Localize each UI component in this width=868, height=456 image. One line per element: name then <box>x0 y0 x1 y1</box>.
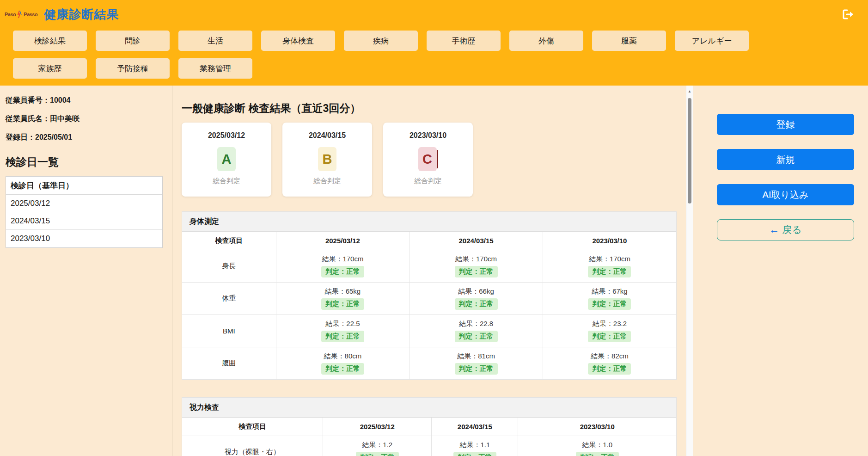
scrollbar-up-arrow[interactable]: ▲ <box>686 89 693 93</box>
result-cell: 結果：67kg判定：正常 <box>543 283 676 315</box>
result-text: 結果：170cm <box>410 255 543 264</box>
judgment-badge: 判定：正常 <box>588 363 631 375</box>
nav-tab-kenshin-kekka[interactable]: 検診結果 <box>13 31 87 51</box>
new-button[interactable]: 新規 <box>717 149 854 170</box>
registered-date: 登録日：2025/05/01 <box>6 133 166 142</box>
judgment-badge: 判定：正常 <box>455 331 498 342</box>
exam-date-row-2[interactable]: 2024/03/15 <box>6 212 162 230</box>
result-cell: 結果：1.1判定：正常 <box>432 436 518 456</box>
col-header-date-1: 2025/03/12 <box>323 418 432 436</box>
item-label: 腹囲 <box>182 347 276 380</box>
result-cell: 結果：80cm判定：正常 <box>276 347 410 380</box>
vertical-scrollbar[interactable]: ▲ <box>686 86 693 456</box>
exam-date-list-title: 検診日一覧 <box>6 155 166 169</box>
item-label: 体重 <box>182 283 276 315</box>
result-text: 結果：80cm <box>276 352 410 361</box>
ai-import-button[interactable]: AI取り込み <box>717 184 854 205</box>
judgment-badge: 判定：正常 <box>321 363 364 375</box>
judgment-badge: 判定：正常 <box>356 452 399 456</box>
section-title: 視力検査 <box>182 397 676 417</box>
nav-tab-shujutsureki[interactable]: 手術歴 <box>427 31 501 51</box>
result-text: 結果：22.5 <box>276 320 410 328</box>
result-cell: 結果：23.2判定：正常 <box>543 315 676 347</box>
nav-tab-shintai-kensa[interactable]: 身体検査 <box>261 31 335 51</box>
main-nav: 検診結果 問診 生活 身体検査 疾病 手術歴 外傷 服薬 アレルギー 家族歴 予… <box>0 29 841 79</box>
register-button[interactable]: 登録 <box>717 114 854 135</box>
exam-date-row-3[interactable]: 2023/03/10 <box>6 230 162 247</box>
result-text: 結果：170cm <box>543 255 676 264</box>
col-header-date-2: 2024/03/15 <box>432 418 518 436</box>
judgment-badge: 判定：正常 <box>453 452 496 456</box>
app-header: Paso Passo 健康診断結果 検診結果 問診 生活 身体検査 <box>0 0 868 86</box>
scrollbar-thumb[interactable] <box>688 98 691 203</box>
logout-icon[interactable] <box>840 7 856 21</box>
card-date: 2023/03/10 <box>410 131 446 140</box>
result-text: 結果：22.8 <box>410 320 543 328</box>
col-header-date-1: 2025/03/12 <box>276 232 410 250</box>
result-cell: 結果：82cm判定：正常 <box>543 347 676 380</box>
brand-row: Paso Passo 健康診断結果 <box>0 0 868 29</box>
employee-sidebar: 従業員番号：10004 従業員氏名：田中美咲 登録日：2025/05/01 検診… <box>0 86 172 456</box>
result-cell: 結果：66kg判定：正常 <box>410 283 543 315</box>
nav-tab-allergy[interactable]: アレルギー <box>675 31 749 51</box>
col-header-date-3: 2023/03/10 <box>518 418 676 436</box>
result-text: 結果：66kg <box>410 287 543 296</box>
nav-tab-gaishou[interactable]: 外傷 <box>509 31 583 51</box>
back-button[interactable]: ← 戻る <box>717 219 854 240</box>
result-text: 結果：23.2 <box>543 320 676 328</box>
table-row: 体重 結果：65kg判定：正常 結果：66kg判定：正常 結果：67kg判定：正… <box>182 283 676 315</box>
col-header-date-3: 2023/03/10 <box>543 232 676 250</box>
health-checkup-page: Paso Passo 健康診断結果 検診結果 問診 生活 身体検査 <box>0 0 868 456</box>
paso-a-passo-logo: Paso Passo <box>5 10 37 19</box>
judgment-badge: 判定：正常 <box>321 331 364 342</box>
judgment-badge: 判定：正常 <box>576 452 619 456</box>
nav-tab-monshin[interactable]: 問診 <box>96 31 170 51</box>
grade-badge-b: B <box>318 147 336 171</box>
logo-figure-icon <box>17 10 23 19</box>
result-cell: 結果：22.8判定：正常 <box>410 315 543 347</box>
result-cell: 結果：65kg判定：正常 <box>276 283 410 315</box>
nav-tab-kazokureki[interactable]: 家族歴 <box>13 58 87 79</box>
exam-date-row-1[interactable]: 2025/03/12 <box>6 195 162 212</box>
overall-judgment-cards: 2025/03/12 A 総合判定 2024/03/15 B 総合判定 2023… <box>182 123 677 197</box>
result-cell: 結果：1.0判定：正常 <box>518 436 676 456</box>
item-label: 視力（裸眼・右） <box>182 436 323 456</box>
page-body: 従業員番号：10004 従業員氏名：田中美咲 登録日：2025/05/01 検診… <box>0 86 868 456</box>
judgment-badge: 判定：正常 <box>588 331 631 342</box>
result-text: 結果：82cm <box>543 352 676 361</box>
logo-word-1: Paso <box>5 12 16 17</box>
item-label: 身長 <box>182 250 276 283</box>
judgment-badge: 判定：正常 <box>588 298 631 310</box>
overall-card-2025: 2025/03/12 A 総合判定 <box>182 123 271 197</box>
item-label: BMI <box>182 315 276 347</box>
back-button-label: 戻る <box>782 223 802 236</box>
table-row: BMI 結果：22.5判定：正常 結果：22.8判定：正常 結果：23.2判定：… <box>182 315 676 347</box>
nav-tab-seikatsu[interactable]: 生活 <box>178 31 252 51</box>
back-arrow-icon: ← <box>769 224 779 236</box>
result-cell: 結果：170cm判定：正常 <box>276 250 410 283</box>
result-text: 結果：81cm <box>410 352 543 361</box>
overall-card-2024: 2024/03/15 B 総合判定 <box>282 123 372 197</box>
judgment-badge: 判定：正常 <box>455 266 498 277</box>
card-date: 2024/03/15 <box>309 131 346 140</box>
grade-badge-a: A <box>217 147 236 171</box>
result-cell: 結果：22.5判定：正常 <box>276 315 410 347</box>
section-body-measurement: 身体測定 検査項目 2025/03/12 2024/03/15 2023/03/… <box>182 211 677 380</box>
table-row: 身長 結果：170cm判定：正常 結果：170cm判定：正常 結果：170cm判… <box>182 250 676 283</box>
nav-tab-gyoumu-kanri[interactable]: 業務管理 <box>178 58 252 79</box>
action-panel: 登録 新規 AI取り込み ← 戻る <box>693 86 868 456</box>
result-cell: 結果：81cm判定：正常 <box>410 347 543 380</box>
card-label: 総合判定 <box>213 177 240 185</box>
section-title: 身体測定 <box>182 211 676 231</box>
nav-tab-fukuyaku[interactable]: 服薬 <box>592 31 666 51</box>
result-text: 結果：170cm <box>276 255 410 264</box>
judgment-badge: 判定：正常 <box>455 298 498 310</box>
result-text: 結果：1.0 <box>518 441 676 450</box>
nav-tab-shippei[interactable]: 疾病 <box>344 31 418 51</box>
nav-tab-yobousesshu[interactable]: 予防接種 <box>96 58 170 79</box>
card-label: 総合判定 <box>313 177 341 185</box>
result-text: 結果：65kg <box>276 287 410 296</box>
grade-badge-c: C <box>418 147 437 171</box>
result-text: 結果：67kg <box>543 287 676 296</box>
page-title: 健康診断結果 <box>44 6 119 23</box>
